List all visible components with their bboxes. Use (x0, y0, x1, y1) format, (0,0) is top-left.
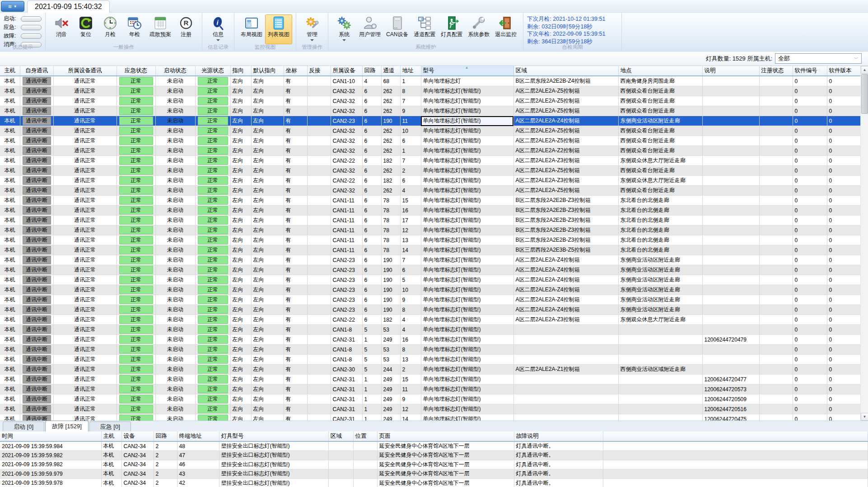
cell-说明[interactable] (702, 136, 759, 146)
scrollbar-thumb[interactable] (861, 74, 868, 114)
cell-软件版本[interactable]: 0 (827, 245, 860, 255)
cell-启动状态[interactable]: 未启动 (155, 206, 195, 215)
cell-指向[interactable]: 左向 (230, 176, 251, 186)
cell-回路[interactable]: 6 (362, 245, 381, 255)
cell-默认指向[interactable]: 左向 (251, 384, 284, 394)
cell-默认指向[interactable]: 左向 (251, 275, 284, 285)
cell-默认指向[interactable]: 左向 (251, 325, 284, 335)
cell-应急状态[interactable]: 正常 (117, 206, 155, 215)
column-header[interactable]: 说明 (702, 66, 759, 76)
fault-column-header[interactable]: 页面 (377, 431, 514, 441)
cell-型号[interactable]: 单向地埋标志灯(智能型) (421, 265, 513, 275)
cell-光源状态[interactable]: 正常 (195, 394, 230, 404)
fault-column-header[interactable]: 灯具型号 (219, 431, 328, 441)
cell-地址[interactable]: 2 (400, 166, 421, 176)
cell-所属设备[interactable]: CAN1-10 (331, 76, 362, 86)
cell-主机[interactable]: 本机 (0, 76, 20, 86)
lamp-row[interactable]: 本机通讯中断通讯正常正常未启动正常左向左向有CAN2-3262628单向地埋标志… (0, 86, 860, 96)
cell-反接[interactable] (307, 126, 331, 136)
cell-应急状态[interactable]: 正常 (117, 96, 155, 106)
cell-地址[interactable]: 2 (400, 365, 421, 375)
cell-软件编号[interactable]: 0 (793, 235, 827, 245)
cell-软件编号[interactable]: 0 (793, 365, 827, 375)
cell-反接[interactable] (307, 345, 331, 355)
cell-默认指向[interactable]: 左向 (251, 235, 284, 245)
cell-通道[interactable]: 262 (381, 106, 400, 116)
cell-回路[interactable]: 6 (362, 235, 381, 245)
cell-故障说明[interactable]: 灯具通讯中断。 (514, 451, 603, 460)
cell-所属设备[interactable]: CAN2-31 (331, 375, 362, 384)
cell-光源状态[interactable]: 正常 (195, 265, 230, 275)
cell-光源状态[interactable]: 正常 (195, 166, 230, 176)
cell-软件编号[interactable]: 0 (793, 136, 827, 146)
cell-位置[interactable] (353, 441, 377, 451)
cell-自身通讯[interactable]: 通讯中断 (20, 206, 53, 215)
cell-指向[interactable]: 左向 (230, 375, 251, 384)
cell-地点[interactable] (618, 325, 702, 335)
cell-坐标[interactable]: 有 (284, 404, 307, 414)
cell-注册状态[interactable] (759, 176, 793, 186)
cell-光源状态[interactable]: 正常 (195, 295, 230, 305)
cell-软件版本[interactable]: 0 (827, 126, 860, 136)
cell-坐标[interactable]: 有 (284, 275, 307, 285)
cell-通道[interactable]: 68 (381, 76, 400, 86)
cell-回路[interactable]: 6 (362, 215, 381, 225)
lamp-row[interactable]: 本机通讯中断通讯正常正常未启动正常左向左向有CAN1-1167815单向地埋标志… (0, 196, 860, 206)
cell-通道[interactable]: 78 (381, 196, 400, 206)
cell-所属设备[interactable]: CAN2-32 (331, 186, 362, 196)
cell-反接[interactable] (307, 394, 331, 404)
cell-指向[interactable]: 左向 (230, 315, 251, 325)
cell-注册状态[interactable] (759, 235, 793, 245)
cell-注册状态[interactable] (759, 295, 793, 305)
can-device-button[interactable]: CAN设备 (383, 14, 411, 44)
cell-自身通讯[interactable]: 通讯中断 (20, 285, 53, 295)
cell-地址[interactable]: 7 (400, 96, 421, 106)
cell-自身通讯[interactable]: 通讯中断 (20, 365, 53, 375)
cell-主机[interactable]: 本机 (101, 478, 121, 487)
cell-软件编号[interactable]: 0 (793, 186, 827, 196)
fault-column-header[interactable]: 时间 (0, 431, 101, 441)
cell-启动状态[interactable]: 未启动 (155, 235, 195, 245)
cell-回路[interactable]: 1 (362, 404, 381, 414)
cell-默认指向[interactable]: 左向 (251, 96, 284, 106)
cell-软件编号[interactable]: 0 (793, 375, 827, 384)
cell-所属设备通讯[interactable]: 通讯正常 (53, 166, 117, 176)
cell-应急状态[interactable]: 正常 (117, 215, 155, 225)
lamp-row[interactable]: 本机通讯中断通讯正常正常未启动正常左向左向有CAN2-32626210单向地埋标… (0, 126, 860, 136)
cell-默认指向[interactable]: 左向 (251, 166, 284, 176)
cell-说明[interactable] (702, 166, 759, 176)
cell-区域[interactable]: A区二层2ALE2A-Z4控制箱 (513, 255, 618, 265)
cell-启动状态[interactable]: 未启动 (155, 156, 195, 166)
cell-位置[interactable] (353, 460, 377, 469)
cell-反接[interactable] (307, 76, 331, 86)
cell-地址[interactable]: 11 (400, 384, 421, 394)
fault-column-header[interactable]: 终端地址 (177, 431, 219, 441)
cell-回路[interactable]: 5 (362, 365, 381, 375)
cell-通道[interactable]: 78 (381, 235, 400, 245)
cell-所属设备[interactable]: CAN1-11 (331, 245, 362, 255)
cell-型号[interactable]: 单向地埋标志灯(智能型) (421, 106, 513, 116)
cell-地点[interactable]: 东侧商业活动区附近走廊 (618, 305, 702, 315)
lamp-row[interactable]: 本机通讯中断通讯正常正常未启动正常左向左向有CAN2-2361905单向地埋标志… (0, 275, 860, 285)
cell-坐标[interactable]: 有 (284, 136, 307, 146)
cell-地点[interactable] (618, 404, 702, 414)
lamp-row[interactable]: 本机通讯中断通讯正常正常未启动正常左向左向有CAN2-3262621单向地埋标志… (0, 146, 860, 156)
cell-区域[interactable]: B区二层东段2A2E2B-Z4控制箱 (513, 76, 618, 86)
lamp-row[interactable]: 本机通讯中断通讯正常正常未启动正常左向左向有CAN2-2361908单向地埋标志… (0, 305, 860, 315)
cell-应急状态[interactable]: 正常 (117, 335, 155, 345)
cell-软件编号[interactable]: 0 (793, 156, 827, 166)
cell-所属设备[interactable]: CAN2-23 (331, 265, 362, 275)
cell-软件版本[interactable]: 0 (827, 206, 860, 215)
cell-所属设备[interactable]: CAN2-32 (331, 96, 362, 106)
cell-所属设备[interactable]: CAN1-8 (331, 325, 362, 335)
cell-时间[interactable]: 2021-09-09 15:39:59.984 (0, 441, 101, 451)
cell-地点[interactable]: 东侧商业活动区附近走廊 (618, 255, 702, 265)
column-header[interactable]: 回路 (362, 66, 381, 76)
cell-光源状态[interactable]: 正常 (195, 305, 230, 315)
cell-默认指向[interactable]: 左向 (251, 215, 284, 225)
cell-所属设备[interactable]: CAN2-30 (331, 365, 362, 375)
cell-反接[interactable] (307, 255, 331, 265)
cell-应急状态[interactable]: 正常 (117, 126, 155, 136)
cell-地点[interactable]: 西侧观众看台附近走廊 (618, 136, 702, 146)
cell-主机[interactable]: 本机 (101, 451, 121, 460)
